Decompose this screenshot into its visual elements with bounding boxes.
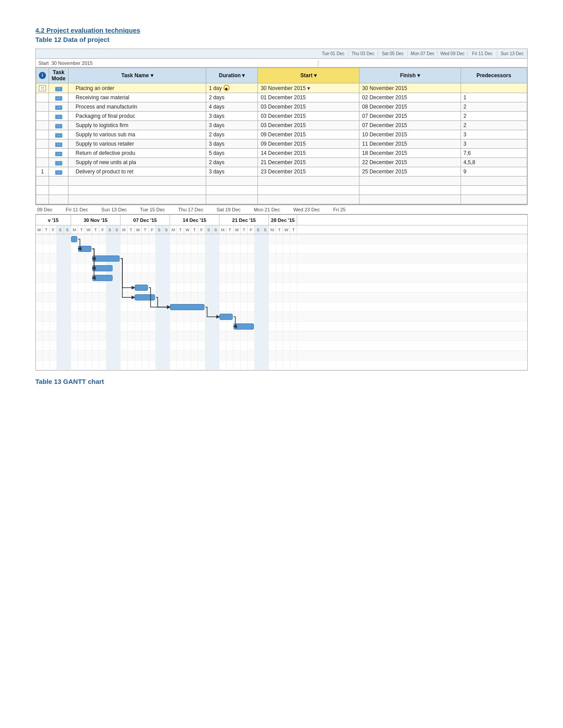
gantt-day-label: T bbox=[276, 225, 283, 234]
table-row: 1→Delivery of product to ret3 days23 Dec… bbox=[36, 167, 527, 176]
gantt-day-bg bbox=[163, 322, 170, 331]
gantt-day-bg bbox=[128, 351, 135, 360]
gantt-day-bg bbox=[128, 331, 135, 341]
gantt-day-bg bbox=[128, 254, 135, 263]
gantt-day-bg bbox=[241, 312, 248, 321]
row-start[interactable]: 21 December 2015 bbox=[258, 158, 359, 167]
empty-cell bbox=[206, 176, 258, 186]
gantt-day-bg bbox=[191, 341, 198, 350]
row-start[interactable]: 01 December 2015 bbox=[258, 93, 359, 102]
gantt-day-bg bbox=[149, 263, 156, 273]
row-start[interactable]: 03 December 2015 bbox=[258, 112, 359, 121]
gantt-day-bg bbox=[64, 302, 71, 311]
gantt-day-bg bbox=[85, 263, 92, 273]
gantt-day-bg bbox=[128, 234, 135, 244]
gantt-day-bg bbox=[128, 302, 135, 311]
gantt-day-bg bbox=[142, 360, 149, 370]
empty-cell bbox=[36, 195, 49, 204]
gantt-day-bg bbox=[99, 234, 106, 244]
empty-cell bbox=[359, 186, 461, 195]
gantt-day-bg bbox=[234, 234, 241, 244]
row-start[interactable]: 03 December 2015 bbox=[258, 121, 359, 130]
gantt-day-bg bbox=[113, 273, 121, 282]
row-start[interactable]: 03 December 2015 bbox=[258, 102, 359, 112]
gantt-day-bg bbox=[64, 254, 71, 263]
gantt-day-bg bbox=[177, 312, 184, 321]
gantt-day-bg bbox=[128, 341, 135, 350]
gantt-day-bg bbox=[149, 341, 156, 350]
gantt-day-bg bbox=[64, 293, 71, 302]
bottom-ruler-date: Fri 11 Dec bbox=[66, 207, 88, 212]
gantt-day-bg bbox=[57, 283, 64, 292]
gantt-bar bbox=[92, 265, 113, 271]
header-start[interactable]: Start ▾ bbox=[258, 68, 359, 83]
gantt-day-bg bbox=[212, 273, 219, 282]
row-start[interactable]: 23 December 2015 bbox=[258, 167, 359, 176]
row-start[interactable]: 09 December 2015 bbox=[258, 130, 359, 139]
gantt-day-bg bbox=[50, 263, 57, 273]
row-finish: 07 December 2015 bbox=[359, 121, 461, 130]
gantt-day-label: T bbox=[177, 225, 184, 234]
gantt-day-bg bbox=[92, 312, 99, 321]
gantt-month-cell: 14 Dec '15 bbox=[170, 215, 219, 225]
row-start[interactable]: 09 December 2015 bbox=[258, 139, 359, 149]
header-duration[interactable]: Duration ▾ bbox=[206, 68, 258, 83]
row-duration: 1 day ◆ bbox=[206, 83, 258, 93]
empty-cell bbox=[461, 186, 527, 195]
gantt-day-row: WTFSSMTWTFSSMTWTFSSMTWTFSSMTWTFSSMTWT bbox=[36, 225, 527, 234]
header-task-mode: TaskMode bbox=[49, 68, 68, 83]
gantt-day-label: T bbox=[78, 225, 85, 234]
info-icon: i bbox=[39, 72, 46, 79]
gantt-day-label: S bbox=[255, 225, 262, 234]
row-info-cell bbox=[36, 130, 49, 139]
header-task-name[interactable]: Task Name ▾ bbox=[68, 68, 206, 83]
gantt-day-bg bbox=[177, 341, 184, 350]
table-row: →Supply of new units at pla2 days21 Dece… bbox=[36, 158, 527, 167]
gantt-day-bg bbox=[43, 351, 50, 360]
gantt-day-bg bbox=[290, 273, 297, 282]
gantt-row bbox=[36, 341, 527, 351]
gantt-day-bg bbox=[269, 234, 276, 244]
gantt-row bbox=[36, 244, 527, 254]
row-start[interactable]: 30 November 2015 ▾ bbox=[258, 83, 359, 93]
gantt-day-bg bbox=[43, 360, 50, 370]
gantt-day-bg bbox=[149, 360, 156, 370]
gantt-day-bg bbox=[128, 312, 135, 321]
gantt-day-label: F bbox=[198, 225, 205, 234]
row-predecessors: 3 bbox=[461, 130, 527, 139]
gantt-day-bg bbox=[212, 234, 219, 244]
row-finish: 08 December 2015 bbox=[359, 102, 461, 112]
gantt-day-bg bbox=[71, 360, 78, 370]
row-finish: 18 December 2015 bbox=[359, 149, 461, 158]
gantt-day-bg bbox=[198, 263, 205, 273]
gantt-day-bg bbox=[255, 312, 262, 321]
gantt-day-bg bbox=[135, 263, 142, 273]
gantt-day-label: T bbox=[43, 225, 50, 234]
gantt-day-bg bbox=[113, 341, 121, 350]
gantt-day-bg bbox=[255, 360, 262, 370]
gantt-day-bg bbox=[262, 254, 269, 263]
gantt-day-bg bbox=[276, 341, 283, 350]
gantt-day-bg bbox=[205, 293, 212, 302]
gantt-day-bg bbox=[241, 293, 248, 302]
gantt-day-label: S bbox=[163, 225, 170, 234]
gantt-day-bg bbox=[135, 351, 142, 360]
gantt-day-bg bbox=[191, 273, 198, 282]
gantt-day-bg bbox=[36, 351, 43, 360]
gantt-day-bg bbox=[234, 283, 241, 292]
row-start[interactable]: 14 December 2015 bbox=[258, 149, 359, 158]
header-finish[interactable]: Finish ▾ bbox=[359, 68, 461, 83]
auto-schedule-icon: → bbox=[55, 161, 62, 165]
gantt-day-bg bbox=[113, 293, 121, 302]
gantt-day-bg bbox=[234, 293, 241, 302]
gantt-day-bg bbox=[149, 234, 156, 244]
gantt-day-bg bbox=[36, 254, 43, 263]
gantt-day-label: F bbox=[248, 225, 255, 234]
gantt-day-bg bbox=[184, 244, 191, 253]
gantt-day-bg bbox=[78, 360, 85, 370]
gantt-day-bg bbox=[276, 293, 283, 302]
gantt-day-bg bbox=[64, 341, 71, 350]
gantt-day-bg bbox=[128, 273, 135, 282]
ruler-strip: Tue 01 DecThu 03 DecSat 05 DecMon 07 Dec… bbox=[36, 49, 527, 59]
gantt-day-bg bbox=[227, 234, 234, 244]
